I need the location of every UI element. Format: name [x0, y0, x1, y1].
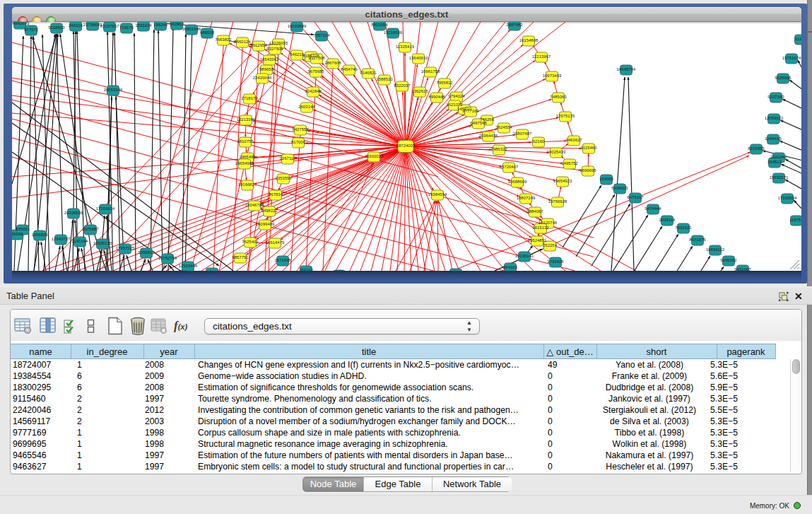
- svg-text:16782759: 16782759: [158, 256, 177, 260]
- svg-text:7625402: 7625402: [242, 240, 259, 244]
- svg-text:9777169: 9777169: [462, 109, 479, 113]
- svg-text:817006: 817006: [291, 140, 306, 144]
- svg-text:1495752: 1495752: [561, 161, 578, 165]
- svg-text:10973493: 10973493: [543, 74, 562, 78]
- svg-text:9699695: 9699695: [579, 168, 596, 173]
- svg-text:6497568: 6497568: [470, 121, 487, 125]
- svg-text:20206556: 20206556: [64, 211, 83, 215]
- svg-text:39159: 39159: [12, 232, 23, 236]
- svg-text:16120746: 16120746: [539, 221, 558, 225]
- svg-text:719176: 719176: [119, 25, 134, 30]
- svg-text:9242848: 9242848: [305, 89, 322, 93]
- svg-text:9463627: 9463627: [565, 138, 582, 142]
- svg-text:1571648: 1571648: [274, 258, 291, 262]
- svg-text:989658: 989658: [259, 67, 274, 71]
- svg-text:2687682: 2687682: [506, 23, 523, 27]
- svg-text:18807249: 18807249: [517, 196, 536, 200]
- svg-text:3675685: 3675685: [307, 69, 324, 74]
- svg-text:19756928: 19756928: [548, 199, 567, 204]
- svg-text:13640910: 13640910: [409, 56, 428, 60]
- svg-text:7357224: 7357224: [313, 33, 330, 37]
- svg-text:14136141: 14136141: [515, 254, 534, 258]
- svg-text:19384554: 19384554: [428, 192, 447, 197]
- svg-text:1533224: 1533224: [135, 23, 152, 28]
- svg-text:10654112: 10654112: [706, 247, 725, 252]
- svg-text:9794024: 9794024: [448, 94, 465, 98]
- svg-text:335051: 335051: [16, 227, 30, 231]
- svg-text:1095817: 1095817: [138, 250, 155, 255]
- svg-text:7986322: 7986322: [490, 147, 507, 151]
- svg-text:16046788: 16046788: [245, 203, 264, 207]
- svg-text:19654923: 19654923: [553, 179, 572, 183]
- svg-text:12213369: 12213369: [237, 117, 256, 122]
- svg-text:10025433: 10025433: [547, 150, 566, 154]
- svg-text:16648784: 16648784: [617, 67, 636, 71]
- svg-text:3267110: 3267110: [280, 156, 297, 160]
- svg-text:8215955: 8215955: [748, 146, 765, 151]
- svg-text:7663822: 7663822: [215, 37, 232, 42]
- svg-text:8813054: 8813054: [371, 23, 388, 27]
- svg-text:12942737: 12942737: [52, 237, 71, 241]
- svg-text:15751074: 15751074: [782, 56, 801, 60]
- svg-text:15692971: 15692971: [770, 175, 789, 180]
- svg-text:9427552: 9427552: [292, 127, 309, 132]
- svg-text:1156829: 1156829: [32, 233, 49, 237]
- svg-text:2603144: 2603144: [298, 105, 315, 109]
- svg-text:12923446: 12923446: [179, 264, 198, 268]
- svg-text:116753: 116753: [789, 218, 801, 222]
- svg-text:16154808: 16154808: [519, 38, 539, 42]
- svg-text:7632621: 7632621: [675, 226, 692, 230]
- svg-text:9329966: 9329966: [775, 76, 792, 80]
- svg-text:12505135: 12505135: [93, 241, 112, 245]
- svg-text:20364436: 20364436: [479, 134, 498, 138]
- svg-text:16033809: 16033809: [288, 24, 307, 28]
- svg-text:9327508: 9327508: [308, 56, 325, 60]
- svg-text:13226055: 13226055: [269, 41, 288, 45]
- svg-text:16543362: 16543362: [260, 57, 279, 62]
- svg-text:2867608: 2867608: [324, 61, 341, 65]
- svg-text:7955812: 7955812: [436, 81, 453, 85]
- svg-text:1145194: 1145194: [72, 239, 89, 243]
- svg-text:1810755: 1810755: [237, 139, 254, 144]
- svg-text:16914479: 16914479: [266, 240, 285, 245]
- svg-text:1965498: 1965498: [239, 155, 256, 159]
- svg-text:8990448: 8990448: [428, 95, 445, 99]
- svg-text:5108603: 5108603: [48, 25, 65, 30]
- svg-text:1353559: 1353559: [275, 176, 292, 180]
- svg-text:867834: 867834: [269, 192, 283, 197]
- svg-text:11121: 11121: [795, 37, 801, 41]
- svg-text:19654981: 19654981: [235, 161, 254, 165]
- svg-text:10688609: 10688609: [508, 180, 527, 184]
- svg-text:9245052: 9245052: [720, 258, 737, 262]
- svg-text:6479197: 6479197: [627, 195, 644, 199]
- svg-text:17016504: 17016504: [778, 196, 797, 200]
- svg-text:19166827: 19166827: [238, 182, 257, 187]
- svg-text:864223: 864223: [503, 265, 518, 269]
- svg-text:19218506: 19218506: [384, 30, 403, 35]
- svg-text:3624554: 3624554: [495, 125, 512, 129]
- svg-text:246316: 246316: [69, 23, 83, 28]
- svg-text:8454749: 8454749: [341, 67, 358, 71]
- svg-text:8660124: 8660124: [234, 40, 251, 44]
- svg-text:62160: 62160: [533, 139, 545, 144]
- svg-text:5938923: 5938923: [611, 186, 628, 190]
- svg-text:19524851: 19524851: [528, 238, 547, 243]
- svg-text:17359924: 17359924: [96, 206, 115, 211]
- svg-text:1588520: 1588520: [376, 77, 393, 81]
- svg-text:10961758: 10961758: [421, 69, 440, 74]
- svg-text:1733426: 1733426: [547, 259, 564, 264]
- svg-text:3884067: 3884067: [526, 209, 543, 214]
- svg-text:83197857: 83197857: [100, 24, 119, 28]
- svg-text:8322037: 8322037: [394, 83, 411, 88]
- svg-text:7485063: 7485063: [550, 95, 567, 99]
- svg-text:5498222: 5498222: [261, 209, 278, 213]
- svg-text:9857791: 9857791: [232, 255, 249, 259]
- svg-text:9115460: 9115460: [581, 146, 598, 150]
- svg-text:9327509: 9327509: [266, 47, 283, 51]
- svg-text:343962: 343962: [170, 22, 184, 26]
- svg-text:90801586: 90801586: [182, 27, 201, 31]
- svg-text:1615132: 1615132: [532, 226, 549, 230]
- svg-text:10807487: 10807487: [513, 132, 532, 136]
- svg-text:9474444: 9474444: [645, 206, 661, 211]
- svg-text:164095: 164095: [599, 177, 614, 181]
